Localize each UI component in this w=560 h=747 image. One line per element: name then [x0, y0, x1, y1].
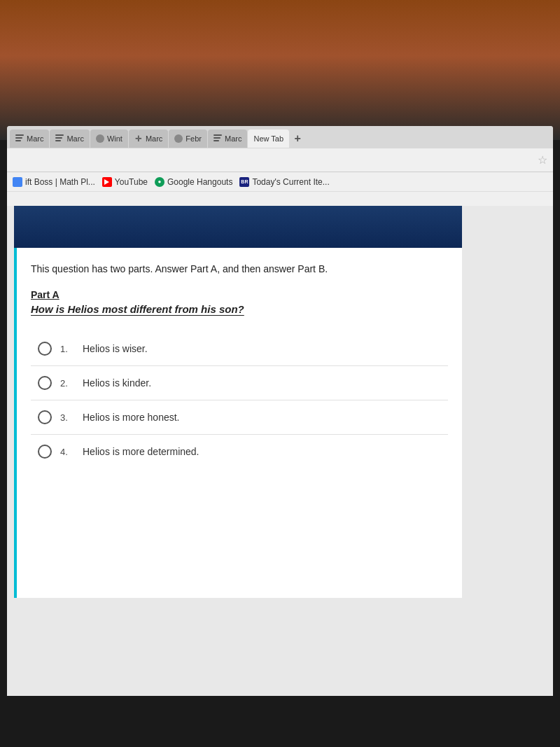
- tab-icon-plus-4: ✛: [134, 134, 143, 143]
- tab-label-4: Marc: [146, 134, 162, 143]
- bookmark-label-youtube: YouTube: [115, 177, 148, 187]
- bookmark-hangouts[interactable]: ● Google Hangouts: [155, 177, 232, 187]
- tab-label-7: New Tab: [253, 134, 284, 143]
- answer-option-2[interactable]: 2. Helios is kinder.: [31, 366, 448, 400]
- bookmark-star-button[interactable]: ☆: [538, 153, 547, 167]
- bookmarks-bar: ift Boss | Math Pl... YouTube ● Google H…: [7, 172, 553, 192]
- option-number-2: 2.: [60, 378, 74, 389]
- tab-icon-lines-1: [15, 134, 24, 143]
- page-content: This question has two parts. Answer Part…: [7, 206, 553, 696]
- answer-option-4[interactable]: 4. Helios is more determined.: [31, 435, 448, 468]
- option-number-4: 4.: [60, 447, 74, 457]
- bookmark-favicon-youtube: [102, 177, 112, 187]
- question-area: This question has two parts. Answer Part…: [14, 248, 462, 598]
- option-text-4: Helios is more determined.: [83, 446, 200, 457]
- option-text-2: Helios is kinder.: [83, 377, 151, 389]
- radio-button-4[interactable]: [38, 445, 52, 459]
- tab-icon-lines-6: [214, 134, 222, 143]
- browser-tab-4[interactable]: ✛ Marc: [129, 130, 168, 148]
- browser-tab-7[interactable]: New Tab: [248, 130, 289, 148]
- radio-button-2[interactable]: [38, 376, 52, 390]
- bookmark-youtube[interactable]: YouTube: [102, 177, 148, 187]
- tab-label-6: Marc: [225, 134, 241, 143]
- option-text-1: Helios is wiser.: [83, 343, 148, 354]
- bookmark-label-hangouts: Google Hangouts: [167, 177, 232, 187]
- tab-icon-lines-2: [55, 134, 64, 143]
- browser-tab-5[interactable]: Febr: [169, 130, 207, 148]
- tab-label-2: Marc: [66, 134, 83, 143]
- browser-toolbar: ☆: [7, 148, 553, 172]
- bookmark-favicon-math: [13, 177, 22, 187]
- part-a-question: How is Helios most different from his so…: [31, 303, 448, 315]
- tab-label-1: Marc: [27, 134, 43, 143]
- option-number-3: 3.: [60, 412, 74, 423]
- answer-option-3[interactable]: 3. Helios is more honest.: [31, 400, 448, 435]
- browser-tab-3[interactable]: Wint: [90, 130, 128, 148]
- desk-surface: [0, 0, 560, 140]
- answer-option-1[interactable]: 1. Helios is wiser.: [31, 332, 448, 366]
- tab-label-5: Febr: [186, 134, 202, 143]
- radio-button-3[interactable]: [38, 410, 52, 424]
- bookmark-favicon-news: BR: [239, 177, 249, 187]
- bookmark-favicon-hangouts: ●: [155, 177, 164, 187]
- new-tab-button[interactable]: +: [290, 131, 305, 146]
- bookmark-label-news: Today's Current Ite...: [252, 177, 329, 187]
- bookmark-news[interactable]: BR Today's Current Ite...: [239, 177, 329, 187]
- tabs-bar: Marc Marc Wint ✛ Marc Febr Ma: [7, 126, 553, 148]
- option-text-3: Helios is more honest.: [83, 412, 180, 423]
- tab-icon-person-5: [174, 134, 183, 143]
- bookmark-math[interactable]: ift Boss | Math Pl...: [13, 177, 95, 187]
- tab-icon-person-3: [96, 134, 104, 143]
- browser-tab-2[interactable]: Marc: [50, 130, 89, 148]
- tab-label-3: Wint: [107, 134, 122, 143]
- question-intro: This question has two parts. Answer Part…: [31, 262, 448, 277]
- bookmark-label-math: ift Boss | Math Pl...: [25, 177, 95, 187]
- page-blue-header: [14, 206, 462, 248]
- radio-button-1[interactable]: [38, 342, 52, 356]
- browser-tab-6[interactable]: Marc: [208, 130, 247, 148]
- new-tab-icon: +: [294, 132, 300, 145]
- option-number-1: 1.: [60, 344, 74, 354]
- part-a-label: Part A: [31, 289, 448, 300]
- browser-tab-1[interactable]: Marc: [10, 130, 49, 148]
- browser-window: Marc Marc Wint ✛ Marc Febr Ma: [7, 126, 553, 696]
